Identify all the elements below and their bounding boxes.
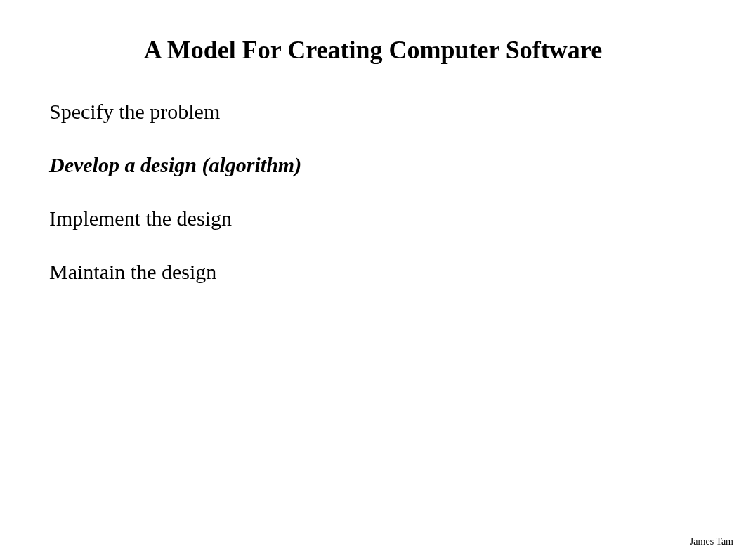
- slide-title: A Model For Creating Computer Software: [49, 35, 697, 65]
- bullet-item: Implement the design: [49, 207, 697, 230]
- bullet-item: Specify the problem: [49, 100, 697, 124]
- bullet-item-emphasized: Develop a design (algorithm): [49, 153, 697, 177]
- bullet-item: Maintain the design: [49, 260, 697, 284]
- slide-content: A Model For Creating Computer Software S…: [0, 0, 746, 284]
- footer-author: James Tam: [690, 536, 733, 547]
